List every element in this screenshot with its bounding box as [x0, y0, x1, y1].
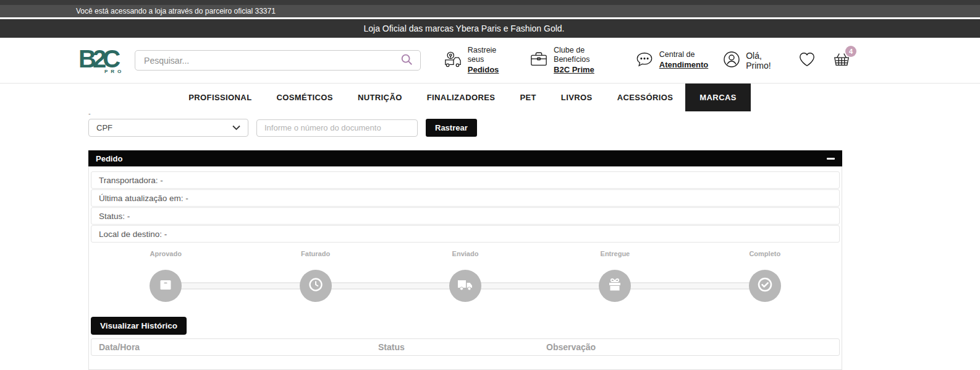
- order-panel-title: Pedido: [96, 154, 122, 163]
- step-completo: [749, 270, 781, 302]
- step-enviado: [449, 270, 481, 302]
- document-type-select[interactable]: CPF: [88, 119, 248, 137]
- cart-button[interactable]: 4: [832, 51, 851, 70]
- nav-item-finalizadores[interactable]: FINALIZADORES: [415, 84, 508, 111]
- destination-row: Local de destino: -: [91, 225, 840, 243]
- step-label-completo: Completo: [690, 250, 840, 257]
- history-table-header: Data/Hora Status Observação: [91, 338, 840, 356]
- benefits-club-line2: B2C Prime: [554, 65, 594, 74]
- document-number-input[interactable]: [256, 119, 418, 137]
- view-history-button[interactable]: Visualizar Histórico: [91, 317, 187, 335]
- column-observation: Observação: [546, 342, 839, 352]
- step-entregue: [599, 270, 631, 302]
- nav-item-acessorios[interactable]: ACESSÓRIOS: [605, 84, 686, 111]
- order-panel-body: Transportadora: - Última atualização em:…: [88, 166, 842, 370]
- order-panel-header[interactable]: Pedido: [88, 150, 842, 166]
- partner-notice-bar: Você está acessando a loja através do pa…: [0, 5, 980, 17]
- check-circle-icon: [756, 276, 774, 296]
- step-label-enviado: Enviado: [391, 250, 540, 257]
- nav-item-livros[interactable]: LIVROS: [549, 84, 605, 111]
- search-input[interactable]: [135, 56, 393, 66]
- chat-bubble-icon: [635, 51, 654, 71]
- store-logo[interactable]: B2C PRO: [78, 46, 131, 74]
- step-label-aprovado: Aprovado: [91, 250, 240, 257]
- search-icon: [400, 53, 413, 68]
- partner-notice-text: Você está acessando a loja através do pa…: [76, 7, 276, 15]
- nav-item-marcas[interactable]: MARCAS: [685, 84, 750, 111]
- step-label-entregue: Entregue: [540, 250, 690, 257]
- heart-icon: [798, 51, 816, 70]
- search-box: [135, 50, 421, 71]
- track-orders-line2: Pedidos: [468, 65, 499, 74]
- step-label-faturado: Faturado: [240, 250, 390, 257]
- tracker-form: - CPF Rastrear: [88, 111, 980, 137]
- cart-count-badge: 4: [845, 46, 856, 57]
- delivery-truck-icon: [444, 51, 462, 71]
- support-center-line2: Atendimento: [659, 60, 708, 69]
- official-notice-text: Loja Oficial das marcas Ybera Paris e Fa…: [363, 24, 564, 33]
- last-update-row: Última atualização em: -: [91, 189, 840, 207]
- document-type-value: CPF: [96, 123, 112, 132]
- package-box-icon: [158, 277, 174, 295]
- logo-text: B2C: [78, 46, 131, 71]
- support-center-link[interactable]: Central de Atendimento: [635, 50, 708, 70]
- gift-icon: [607, 277, 623, 295]
- official-notice-bar: Loja Oficial das marcas Ybera Paris e Fa…: [0, 19, 980, 38]
- nav-item-pet[interactable]: PET: [507, 84, 548, 111]
- top-strip: [0, 0, 980, 5]
- track-orders-line1: Rastreie seus: [468, 46, 507, 65]
- step-faturado: [300, 270, 332, 302]
- account-link[interactable]: Olá, Primo!: [723, 51, 782, 71]
- nav-item-profissional[interactable]: PROFISSIONAL: [176, 84, 264, 111]
- form-label-dash: -: [88, 111, 980, 116]
- benefits-club-line1: Clube de Benefícios: [554, 46, 612, 65]
- user-icon: [723, 51, 740, 71]
- track-button[interactable]: Rastrear: [426, 119, 477, 137]
- column-datetime: Data/Hora: [99, 342, 378, 352]
- carrier-row: Transportadora: -: [91, 171, 840, 189]
- nav-item-nutricao[interactable]: NUTRIÇÃO: [345, 84, 415, 111]
- status-row: Status: -: [91, 207, 840, 225]
- nav-item-cosmeticos[interactable]: COSMÉTICOS: [264, 84, 345, 111]
- wishlist-button[interactable]: [798, 51, 816, 70]
- order-panel: Pedido Transportadora: - Última atualiza…: [88, 150, 842, 370]
- search-button[interactable]: [393, 51, 420, 70]
- support-center-line1: Central de: [659, 50, 708, 60]
- main-nav: PROFISSIONAL COSMÉTICOS NUTRIÇÃO FINALIZ…: [0, 83, 980, 111]
- track-orders-link[interactable]: Rastreie seus Pedidos: [444, 46, 507, 75]
- step-aprovado: [150, 270, 182, 302]
- briefcase-icon: [530, 51, 548, 71]
- collapse-minus-icon[interactable]: [827, 158, 835, 160]
- benefits-club-link[interactable]: Clube de Benefícios B2C Prime: [530, 46, 612, 75]
- order-progress-steps: Aprovado Faturado Enviado Entregue Compl…: [91, 250, 840, 303]
- clock-icon: [308, 277, 324, 295]
- chevron-down-icon: [232, 123, 240, 132]
- header: B2C PRO Rastreie s: [0, 38, 980, 83]
- greeting-label: Olá, Primo!: [746, 51, 782, 71]
- column-status: Status: [378, 342, 546, 352]
- truck-icon: [457, 276, 474, 296]
